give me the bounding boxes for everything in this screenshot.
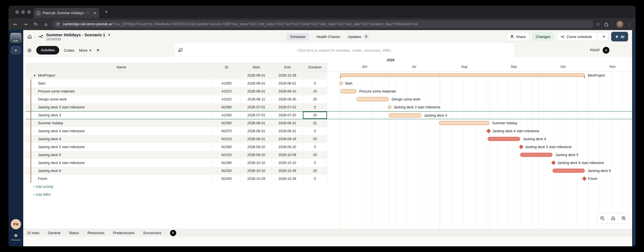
address-bar[interactable]: cambridge-rail-demo.planlab.ai/?s=u_QYRr… (52, 20, 593, 28)
name-cell[interactable]: ▼MiniProject (31, 72, 212, 79)
table-row[interactable]: Jacking deck 4N10102026-08-312026-09-192… (25, 135, 327, 143)
end-cell[interactable]: 2026-10-29 (272, 72, 303, 79)
id-cell[interactable]: N1050 (212, 119, 241, 127)
duration-cell[interactable]: 0 (303, 143, 327, 151)
tab-updates[interactable]: Updates 0 (348, 34, 369, 39)
edit-status-cell[interactable] (28, 79, 31, 87)
tab-successors[interactable]: Successors (143, 231, 161, 235)
edit-status-cell[interactable] (28, 119, 31, 127)
filter-codes[interactable]: Codes (64, 48, 75, 52)
clone-schedule-button[interactable]: Clone schedule ▼ (557, 32, 609, 41)
name-cell[interactable]: Summer holiday (31, 119, 212, 127)
workspace-thumbnail[interactable]: DEMO (10, 33, 21, 43)
duration-cell[interactable]: 20 (303, 95, 327, 103)
table-row[interactable]: Procure some materialsA10102026-06-01202… (25, 87, 327, 95)
zoom-in-button[interactable] (619, 213, 629, 223)
start-cell[interactable]: 2026-10-10 (241, 159, 272, 167)
add-schedule-button[interactable]: + (11, 46, 21, 54)
name-cell[interactable]: Jacking deck 4 (31, 135, 212, 143)
col-header-end[interactable]: End (272, 63, 303, 71)
back-icon[interactable]: ← (10, 22, 20, 27)
detail-panel-close-button[interactable]: ✕ (170, 230, 176, 236)
id-cell[interactable]: N1020 (212, 151, 241, 159)
ai-button[interactable]: ❖ AI (611, 32, 628, 41)
traffic-light-minimize[interactable] (21, 10, 25, 14)
gantt-row[interactable]: Jacking deck 4 (327, 135, 632, 143)
row-expander-icon[interactable]: ▼ (33, 74, 36, 77)
duration-cell[interactable]: 0 (303, 79, 327, 87)
gantt-row[interactable]: MiniProject (327, 72, 632, 79)
end-cell[interactable]: 2026-10-10 (272, 159, 303, 167)
browser-tab[interactable]: PlanLab: Summer Holidays - S ✕ (33, 8, 99, 18)
id-cell[interactable]: N1090 (212, 159, 241, 167)
table-row[interactable]: Summer holidayN10502026-08-012026-08-313… (25, 119, 327, 127)
edit-status-cell[interactable] (28, 143, 31, 151)
extensions-icon[interactable] (604, 22, 608, 26)
gantt-bar[interactable] (389, 113, 421, 117)
table-row[interactable]: Jacking deck 6N10302026-10-102026-10-292… (25, 167, 327, 175)
end-cell[interactable]: 2026-08-31 (272, 127, 303, 135)
gantt-bar[interactable] (439, 121, 489, 125)
gantt-milestone[interactable] (551, 161, 556, 165)
gantt-bar[interactable] (340, 89, 356, 93)
edit-status-cell[interactable] (28, 127, 31, 135)
col-header-duration[interactable]: Duration (303, 63, 327, 71)
row-menu-cell[interactable] (25, 95, 28, 103)
row-menu-cell[interactable] (25, 167, 28, 175)
id-cell[interactable]: N1010 (212, 135, 241, 143)
row-menu-cell[interactable] (25, 143, 28, 151)
end-cell[interactable]: 2026-07-20 (272, 112, 303, 119)
layout-close-button[interactable]: ✕ (603, 47, 609, 54)
name-cell[interactable]: Jacking deck 5 start milestone (31, 143, 212, 151)
start-cell[interactable]: 2026-06-01 (241, 79, 272, 87)
gantt-row[interactable]: Jacking deck 5 start milestone (327, 143, 632, 151)
zoom-home-button[interactable] (608, 213, 619, 223)
clear-filters-icon[interactable]: ✕ (96, 48, 100, 53)
edit-status-cell[interactable] (28, 159, 31, 167)
gear-icon[interactable]: ⚙ (27, 47, 32, 53)
home-breadcrumb-icon[interactable] (27, 34, 32, 39)
filter-more[interactable]: More ▼ (79, 48, 92, 52)
start-cell[interactable]: 2026-10-10 (241, 167, 272, 175)
name-cell[interactable]: Start (31, 79, 212, 87)
start-cell[interactable]: 2026-08-01 (241, 119, 272, 127)
duration-cell[interactable]: 0 (303, 159, 327, 167)
gantt-milestone[interactable] (519, 145, 523, 149)
gantt-milestone[interactable] (582, 177, 586, 181)
clone-dropdown-chevron-icon[interactable]: ▼ (600, 32, 608, 41)
start-cell[interactable]: 2026-07-01 (241, 112, 272, 119)
row-menu-cell[interactable] (25, 103, 28, 111)
edit-status-cell[interactable] (28, 151, 31, 159)
duration-cell[interactable]: 20 (303, 135, 327, 143)
row-menu-cell[interactable] (25, 175, 28, 183)
edit-status-cell[interactable] (28, 72, 31, 79)
gantt-row[interactable]: Procure some materials (327, 87, 632, 95)
traffic-light-close[interactable] (15, 10, 19, 14)
row-menu-cell[interactable] (25, 112, 28, 119)
traffic-light-zoom[interactable] (27, 10, 31, 14)
add-activity-link[interactable]: + Add activity (33, 183, 53, 191)
table-row[interactable]: FinishN10002026-10-292026-10-290 (25, 175, 327, 183)
id-cell[interactable]: A1030 (212, 112, 241, 119)
tab-resources[interactable]: Resources (88, 231, 105, 235)
table-row[interactable]: Jacking deck 3A10302026-07-012026-07-202… (25, 111, 327, 119)
table-row[interactable]: Design some workA10202026-06-112026-06-3… (25, 95, 327, 103)
end-cell[interactable]: 2026-10-09 (272, 151, 303, 159)
gantt-summary-bar[interactable] (340, 74, 585, 77)
gantt-row[interactable]: Jacking deck 5 (327, 151, 632, 159)
row-menu-cell[interactable] (25, 119, 28, 127)
edit-status-cell[interactable] (28, 175, 31, 183)
bookmark-star-icon[interactable]: ☆ (596, 22, 600, 27)
tab-schedule[interactable]: Schedule (286, 33, 309, 41)
end-cell[interactable]: 2026-06-01 (272, 79, 303, 87)
gantt-row[interactable]: Summer holiday (327, 119, 632, 127)
tab-predecessors[interactable]: Predecessors (113, 231, 134, 235)
duration-cell[interactable]: 20 (303, 167, 327, 175)
zoom-out-button[interactable] (597, 213, 608, 223)
table-row[interactable]: Jacking deck 5 start milestoneN10802026-… (25, 143, 327, 151)
name-cell[interactable]: Jacking deck 3 start milestone (31, 103, 212, 111)
gantt-row[interactable]: Start (327, 79, 632, 87)
duration-cell[interactable]: 0 (303, 127, 327, 135)
filter-activities[interactable]: Activities (36, 46, 59, 54)
end-cell[interactable]: 2026-06-30 (272, 95, 303, 103)
